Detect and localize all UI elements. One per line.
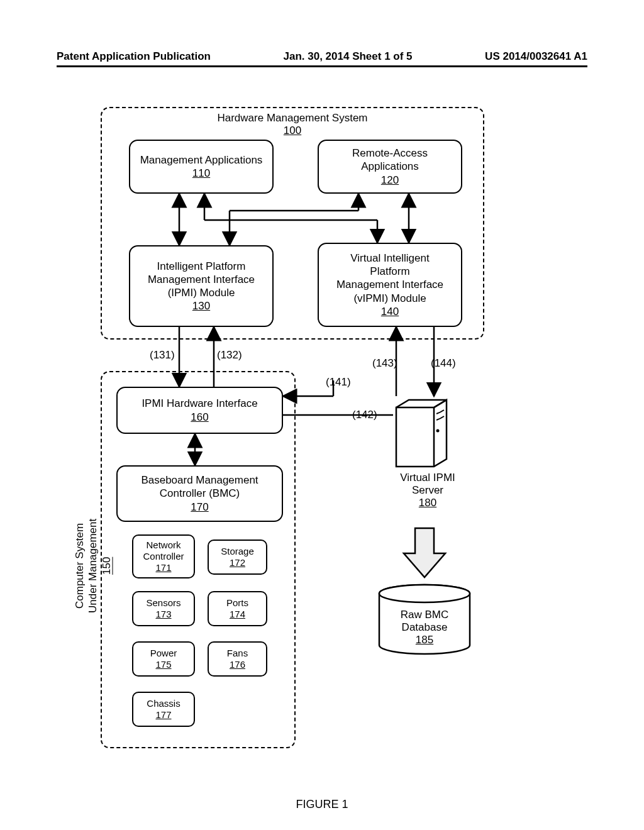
svg-point-18 bbox=[379, 585, 470, 602]
conn-132: (132) bbox=[217, 349, 242, 362]
header-left: Patent Application Publication bbox=[57, 50, 211, 63]
ipmi-hw-box: IPMI Hardware Interface 160 bbox=[116, 387, 283, 434]
power-box: Power175 bbox=[132, 641, 195, 677]
sensors-box: Sensors173 bbox=[132, 591, 195, 626]
conn-131: (131) bbox=[150, 349, 175, 362]
ports-box: Ports174 bbox=[208, 591, 267, 626]
server-icon bbox=[396, 400, 447, 467]
big-arrow-icon bbox=[404, 528, 445, 577]
diagram-canvas: Hardware Management System100 Management… bbox=[82, 101, 566, 767]
csum-title: Computer System Under Management 150 bbox=[73, 503, 113, 629]
chassis-box: Chassis177 bbox=[132, 692, 195, 727]
vipmi-server-label: Virtual IPMI Server 180 bbox=[380, 472, 475, 509]
conn-144: (144) bbox=[431, 357, 456, 370]
bmc-box: Baseboard Management Controller (BMC) 17… bbox=[116, 465, 283, 522]
vipmi-module-box: Virtual Intelligent Platform Management … bbox=[318, 243, 462, 327]
remote-apps-box: Remote-Access Applications 120 bbox=[318, 140, 462, 194]
fans-box: Fans176 bbox=[208, 641, 267, 677]
rawbmc-label: Raw BMC Database 185 bbox=[387, 609, 462, 646]
svg-point-16 bbox=[436, 429, 440, 433]
header-rule bbox=[57, 65, 587, 67]
storage-box: Storage172 bbox=[208, 540, 267, 575]
conn-143: (143) bbox=[372, 357, 397, 370]
network-controller-box: NetworkController171 bbox=[132, 534, 195, 578]
hms-title: Hardware Management System100 bbox=[208, 112, 377, 137]
mgmt-apps-box: Management Applications 110 bbox=[129, 140, 274, 194]
conn-141: (141) bbox=[326, 376, 351, 389]
ipmi-module-box: Intelligent Platform Management Interfac… bbox=[129, 245, 274, 327]
header-right: US 2014/0032641 A1 bbox=[485, 50, 587, 63]
header-center: Jan. 30, 2014 Sheet 1 of 5 bbox=[284, 50, 413, 63]
figure-caption: FIGURE 1 bbox=[0, 798, 644, 811]
conn-142: (142) bbox=[352, 409, 377, 421]
